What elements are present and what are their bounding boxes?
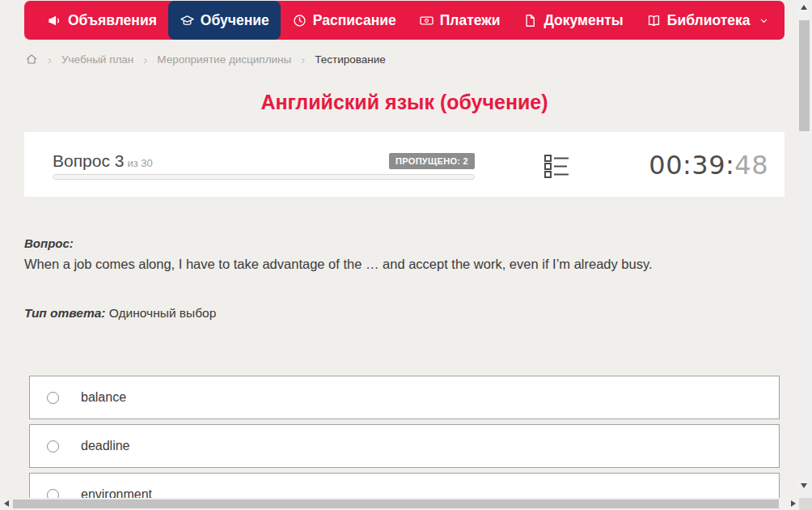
answer-type-row: Тип ответа: Одиночный выбор	[24, 306, 216, 321]
horizontal-scrollbar[interactable]	[0, 498, 799, 510]
question-panel: Вопрос 3из 30 ПРОПУЩЕНО: 2 00:39:48	[24, 132, 785, 197]
nav-item-label: Платежи	[440, 12, 501, 29]
question-text: When a job comes along, I have to take a…	[24, 257, 768, 272]
answer-type-label: Тип ответа:	[24, 306, 106, 320]
chevron-down-icon	[759, 15, 769, 26]
breadcrumb: › Учебный план › Мероприятие дисциплины …	[25, 50, 386, 68]
timer-hours-minutes: 00:39:	[649, 150, 734, 181]
scroll-down-icon[interactable]	[801, 483, 807, 488]
breadcrumb-separator: ›	[48, 53, 52, 66]
answer-option-balance[interactable]: balance	[29, 376, 780, 419]
skipped-badge: ПРОПУЩЕНО: 2	[389, 153, 475, 169]
nav-item-label: Документы	[543, 12, 623, 29]
scrollbar-corner	[799, 498, 812, 510]
megaphone-icon	[47, 13, 62, 28]
option-label: balance	[81, 390, 126, 405]
nav-item-payments[interactable]: Платежи	[408, 1, 512, 40]
breadcrumb-discipline-event[interactable]: Мероприятие дисциплины	[157, 53, 291, 66]
question-heading: Вопрос:	[24, 236, 74, 250]
list-icon	[543, 168, 569, 181]
nav-item-learning[interactable]: Обучение	[168, 1, 281, 40]
breadcrumb-separator: ›	[301, 53, 305, 66]
timer: 00:39:48	[649, 150, 768, 181]
banknote-icon	[419, 13, 434, 28]
nav-item-label: Обучение	[201, 12, 269, 29]
graduation-cap-icon	[180, 13, 195, 28]
nav-item-library[interactable]: Библиотека	[635, 1, 781, 40]
clock-icon	[292, 13, 307, 28]
radio-button[interactable]	[47, 392, 59, 404]
scroll-right-icon[interactable]	[791, 500, 796, 507]
question-total: из 30	[127, 157, 152, 169]
answer-type-value: Одиночный выбор	[109, 306, 217, 320]
question-number: Вопрос 3из 30	[53, 151, 153, 171]
breadcrumb-curriculum[interactable]: Учебный план	[61, 53, 133, 66]
nav-item-schedule[interactable]: Расписание	[281, 1, 408, 40]
scroll-up-icon[interactable]	[801, 5, 807, 10]
home-icon[interactable]	[25, 53, 38, 66]
quiz-page: Объявления Обучение Расписание Платежи Д…	[0, 0, 812, 510]
option-label: deadline	[81, 439, 130, 453]
breadcrumb-separator: ›	[143, 53, 147, 66]
nav-item-label: Расписание	[313, 12, 396, 29]
vertical-scrollbar[interactable]	[797, 0, 812, 498]
progress-bar	[53, 174, 475, 180]
main-nav: Объявления Обучение Расписание Платежи Д…	[24, 1, 785, 40]
radio-button[interactable]	[47, 440, 59, 453]
answer-option-deadline[interactable]: deadline	[29, 424, 780, 468]
vertical-scrollbar-thumb[interactable]	[799, 20, 810, 131]
scroll-left-icon[interactable]	[4, 500, 9, 507]
nav-item-label: Объявления	[68, 12, 157, 29]
question-list-button[interactable]	[543, 153, 569, 179]
document-icon	[522, 13, 538, 28]
nav-item-announcements[interactable]: Объявления	[36, 1, 168, 40]
timer-seconds: 48	[734, 150, 768, 181]
question-number-label: Вопрос 3	[53, 151, 124, 170]
horizontal-scrollbar-thumb[interactable]	[13, 499, 779, 508]
open-book-icon	[646, 13, 662, 28]
page-title: Английский язык (обучение)	[0, 91, 809, 114]
nav-item-documents[interactable]: Документы	[511, 1, 634, 40]
nav-item-label: Библиотека	[667, 12, 751, 29]
breadcrumb-testing-current: Тестирование	[315, 53, 386, 66]
